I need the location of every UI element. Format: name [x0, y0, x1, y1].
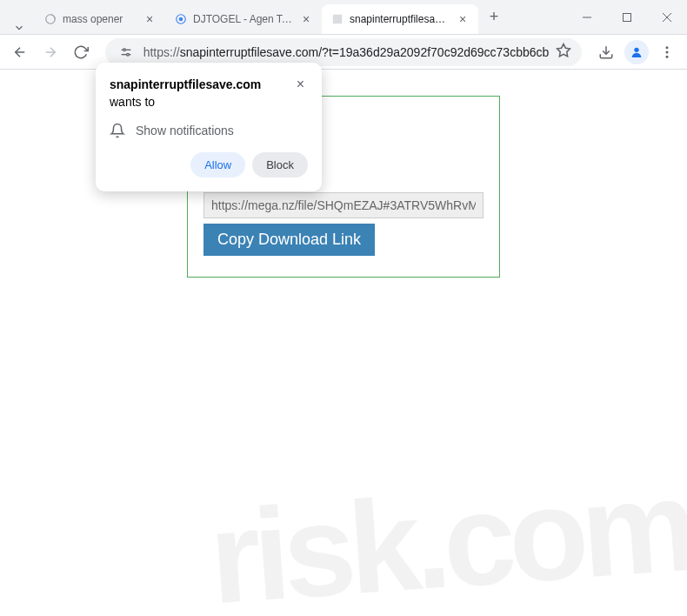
download-url-input[interactable]: [203, 192, 484, 218]
tab-favicon-icon: [330, 12, 344, 26]
site-info-button[interactable]: [116, 42, 137, 63]
new-tab-button[interactable]: +: [482, 5, 506, 30]
tab-title: mass opener: [63, 13, 137, 25]
bell-icon: [110, 123, 125, 138]
tune-icon: [119, 45, 133, 59]
block-button[interactable]: Block: [252, 152, 308, 177]
allow-button[interactable]: Allow: [190, 152, 245, 177]
maximize-button[interactable]: [607, 0, 647, 35]
tab-title: DJTOGEL - Agen Togel Online: [193, 13, 294, 25]
tab-djtogel[interactable]: DJTOGEL - Agen Togel Online ×: [165, 4, 322, 34]
forward-button[interactable]: [37, 38, 64, 66]
reload-button[interactable]: [68, 38, 95, 66]
back-button[interactable]: [7, 38, 34, 66]
minimize-button[interactable]: [567, 0, 607, 35]
tab-snapinterrupt[interactable]: snapinterruptfilesave.com/?t= ×: [322, 4, 478, 34]
address-bar[interactable]: https://snapinterruptfilesave.com/?t=19a…: [105, 38, 583, 66]
tab-title: snapinterruptfilesave.com/?t=: [350, 13, 450, 25]
notification-permission-popup: snapinterruptfilesave.com wants to × Sho…: [96, 63, 322, 191]
arrow-left-icon: [12, 44, 28, 60]
tab-favicon-icon: [43, 12, 57, 26]
person-icon: [630, 45, 644, 59]
close-icon[interactable]: ×: [456, 12, 470, 26]
svg-point-18: [665, 50, 668, 53]
notification-close-button[interactable]: ×: [293, 77, 308, 92]
window-controls: [567, 0, 687, 34]
notification-title: snapinterruptfilesave.com wants to: [110, 77, 293, 110]
profile-button[interactable]: [623, 38, 650, 66]
kebab-icon: [659, 44, 675, 60]
avatar: [624, 40, 649, 64]
svg-rect-3: [333, 15, 343, 24]
reload-icon: [73, 44, 89, 60]
tab-favicon-icon: [174, 12, 188, 26]
close-icon[interactable]: ×: [299, 12, 313, 26]
titlebar: mass opener × DJTOGEL - Agen Togel Onlin…: [0, 0, 687, 35]
arrow-right-icon: [43, 44, 58, 60]
download-icon: [598, 44, 614, 60]
url-text: https://snapinterruptfilesave.com/?t=19a…: [143, 45, 550, 59]
chevron-down-icon: [13, 22, 25, 34]
bookmark-button[interactable]: [556, 43, 571, 62]
copy-download-link-button[interactable]: Copy Download Link: [203, 224, 375, 256]
close-icon: [662, 12, 672, 23]
close-icon[interactable]: ×: [143, 12, 157, 26]
maximize-icon: [622, 12, 632, 23]
svg-point-2: [179, 17, 183, 21]
notification-body: Show notifications: [110, 123, 308, 138]
svg-point-16: [634, 47, 638, 51]
svg-point-19: [665, 55, 668, 57]
tab-mass-opener[interactable]: mass opener ×: [35, 4, 165, 34]
svg-point-17: [665, 46, 668, 49]
tab-strip: mass opener × DJTOGEL - Agen Togel Onlin…: [0, 0, 567, 34]
downloads-button[interactable]: [592, 38, 619, 66]
svg-point-12: [123, 49, 125, 51]
watermark: risk.com®: [204, 448, 687, 616]
star-icon: [556, 43, 571, 58]
close-window-button[interactable]: [647, 0, 687, 35]
search-tabs-button[interactable]: [7, 22, 31, 34]
menu-button[interactable]: [653, 38, 680, 66]
minimize-icon: [582, 12, 592, 23]
svg-rect-5: [624, 13, 631, 21]
svg-point-13: [126, 53, 129, 56]
svg-marker-14: [557, 44, 570, 56]
